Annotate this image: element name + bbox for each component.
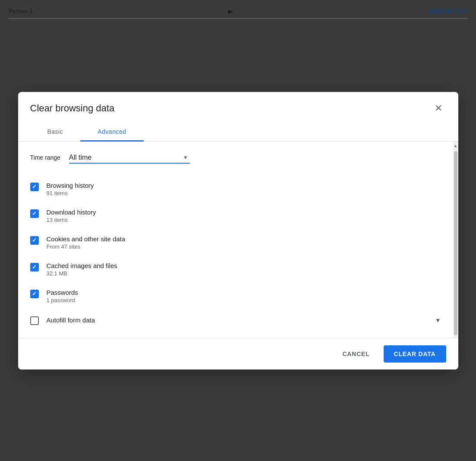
item-browsing-history: ✓ Browsing history 91 items [30,176,441,202]
clear-browsing-data-dialog: Clear browsing data ✕ Basic Advanced Tim… [18,92,458,369]
checkmark-passwords: ✓ [32,291,37,297]
time-range-row: Time range All time Last hour Last 24 ho… [30,152,441,164]
scrollbar[interactable]: ▲ [453,142,458,338]
checkbox-browsing-history[interactable]: ✓ [30,183,39,191]
close-icon: ✕ [435,104,442,113]
checkbox-download-history[interactable]: ✓ [30,209,39,218]
tab-advanced[interactable]: Advanced [80,123,143,142]
sublabel-browsing-history: 91 items [47,190,94,196]
label-browsing-history: Browsing history [47,182,94,189]
modal-backdrop: Clear browsing data ✕ Basic Advanced Tim… [18,92,458,369]
label-cached: Cached images and files [47,262,117,269]
time-range-select-wrap: All time Last hour Last 24 hours Last 7 … [69,152,190,164]
scrollbar-thumb[interactable] [454,151,457,335]
item-download-history: ✓ Download history 13 items [30,202,441,229]
cancel-button[interactable]: CANCEL [334,346,378,362]
item-autofill: Autofill form data ▼ [30,309,441,328]
sublabel-download-history: 13 items [47,217,96,223]
modal-header: Clear browsing data ✕ [18,92,458,123]
label-cookies: Cookies and other site data [47,235,126,243]
clear-data-button[interactable]: CLEAR DATA [384,345,446,363]
modal-content: Time range All time Last hour Last 24 ho… [18,142,453,338]
checkmark-cookies: ✓ [32,237,37,243]
checkbox-autofill[interactable] [30,316,39,325]
item-cookies: ✓ Cookies and other site data From 47 si… [30,229,441,256]
checkbox-cookies[interactable]: ✓ [30,236,39,245]
checkmark-browsing-history: ✓ [32,184,37,189]
sublabel-cached: 32.1 MB [47,270,117,277]
close-button[interactable]: ✕ [431,101,446,116]
label-download-history: Download history [47,208,96,216]
modal-body: Time range All time Last hour Last 24 ho… [18,142,458,338]
label-autofill: Autofill form data [47,316,95,324]
checkbox-cached[interactable]: ✓ [30,263,39,272]
time-range-label: Time range [30,154,60,161]
checkmark-cached: ✓ [32,264,37,270]
time-range-dropdown[interactable]: All time Last hour Last 24 hours Last 7 … [69,152,190,164]
tabs-bar: Basic Advanced [18,123,458,142]
modal-title: Clear browsing data [30,103,115,114]
tab-basic[interactable]: Basic [30,123,81,142]
checkmark-download-history: ✓ [32,211,37,216]
modal-footer: CANCEL CLEAR DATA [18,338,458,369]
label-passwords: Passwords [47,289,78,296]
item-passwords: ✓ Passwords 1 password [30,283,441,309]
item-cached: ✓ Cached images and files 32.1 MB [30,256,441,283]
sublabel-passwords: 1 password [47,297,78,303]
checkbox-passwords[interactable]: ✓ [30,290,39,298]
autofill-dropdown-arrow-icon: ▼ [435,317,441,324]
scrollbar-up-arrow[interactable]: ▲ [453,142,458,149]
sublabel-cookies: From 47 sites [47,243,126,250]
